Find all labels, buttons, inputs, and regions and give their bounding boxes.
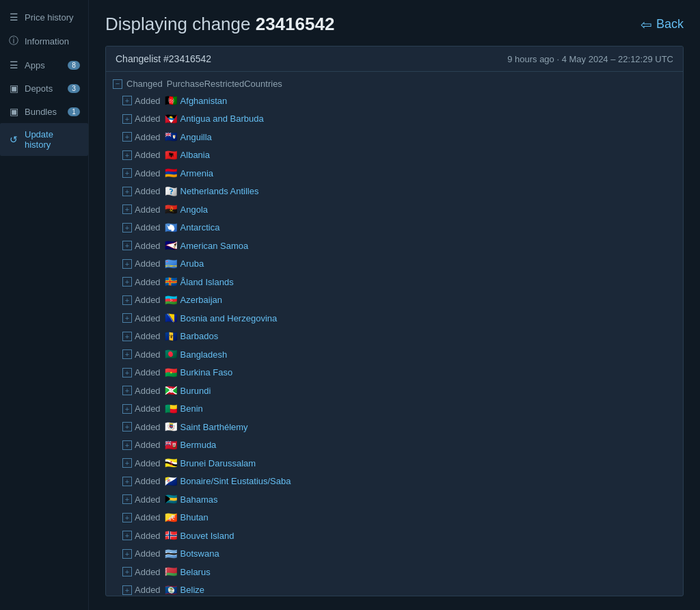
- changelist-panel: Changelist #23416542 9 hours ago · 4 May…: [105, 46, 684, 596]
- expand-entry-icon[interactable]: +: [122, 259, 132, 269]
- country-link[interactable]: Antigua and Barbuda: [180, 112, 264, 126]
- changelist-body[interactable]: − Changed PurchaseRestrictedCountries + …: [106, 72, 683, 596]
- action-text: Added: [135, 583, 161, 596]
- expand-entry-icon[interactable]: +: [122, 549, 132, 559]
- country-flag: 🇦🇳: [165, 184, 178, 200]
- country-link[interactable]: Bouvet Island: [180, 529, 234, 543]
- country-link[interactable]: Bangladesh: [180, 348, 228, 362]
- action-text: Added: [135, 312, 161, 326]
- country-link[interactable]: Bahamas: [180, 493, 218, 507]
- country-link[interactable]: Burkina Faso: [180, 366, 233, 380]
- country-link[interactable]: Belize: [180, 583, 204, 596]
- expand-entry-icon[interactable]: +: [122, 404, 132, 414]
- expand-entry-icon[interactable]: +: [122, 96, 132, 105]
- expand-entry-icon[interactable]: +: [122, 386, 132, 395]
- expand-entry-icon[interactable]: +: [122, 114, 132, 124]
- country-link[interactable]: Burundi: [180, 384, 211, 398]
- expand-entry-icon[interactable]: +: [122, 422, 132, 432]
- sidebar-item-update-history[interactable]: ↺ Update history: [0, 123, 88, 156]
- country-link[interactable]: Aruba: [180, 257, 204, 271]
- country-link[interactable]: Benin: [180, 402, 203, 416]
- country-link[interactable]: Åland Islands: [180, 276, 234, 289]
- country-flag: 🇦🇱: [165, 148, 178, 163]
- country-link[interactable]: Brunei Darussalam: [180, 457, 256, 470]
- apps-icon: ☰: [8, 59, 19, 70]
- expand-entry-icon[interactable]: +: [122, 349, 132, 359]
- action-text: Added: [135, 384, 161, 398]
- country-link[interactable]: Bhutan: [180, 511, 208, 525]
- list-item: + Added 🇧🇹 Bhutan: [106, 509, 683, 527]
- country-link[interactable]: Antarctica: [180, 221, 220, 235]
- list-item: + Added 🇧🇱 Saint Barthélemy: [106, 418, 683, 436]
- expand-entry-icon[interactable]: +: [122, 132, 132, 142]
- country-link[interactable]: Afghanistan: [180, 94, 228, 108]
- country-link[interactable]: Barbados: [180, 330, 219, 343]
- expand-entry-icon[interactable]: +: [122, 295, 132, 305]
- sidebar-item-bundles[interactable]: ▣ Bundles 1: [0, 100, 88, 123]
- country-link[interactable]: American Samoa: [180, 239, 249, 253]
- expand-entry-icon[interactable]: +: [122, 477, 132, 486]
- expand-entry-icon[interactable]: +: [122, 567, 132, 576]
- expand-entry-icon[interactable]: +: [122, 150, 132, 160]
- expand-entry-icon[interactable]: +: [122, 332, 132, 341]
- expand-entry-icon[interactable]: +: [122, 187, 132, 196]
- sidebar-item-bundles-label: Bundles: [25, 107, 62, 117]
- sidebar-item-depots[interactable]: ▣ Depots 3: [0, 77, 88, 100]
- expand-entry-icon[interactable]: +: [122, 204, 132, 214]
- country-link[interactable]: Angola: [180, 203, 208, 217]
- expand-entry-icon[interactable]: +: [122, 513, 132, 522]
- country-link[interactable]: Bermuda: [180, 438, 217, 452]
- country-link[interactable]: Albania: [180, 148, 210, 162]
- expand-entry-icon[interactable]: +: [122, 313, 132, 323]
- expand-entry-icon[interactable]: +: [122, 223, 132, 233]
- country-link[interactable]: Azerbaijan: [180, 293, 222, 307]
- list-item: + Added 🇦🇫 Afghanistan: [106, 92, 683, 110]
- country-link[interactable]: Botswana: [180, 547, 219, 561]
- expand-entry-icon[interactable]: +: [122, 531, 132, 540]
- country-link[interactable]: Armenia: [180, 167, 213, 181]
- action-text: Added: [135, 131, 161, 144]
- list-item: + Added 🇧🇦 Bosnia and Herzegovina: [106, 309, 683, 328]
- list-item: + Added 🇧🇻 Bouvet Island: [106, 527, 683, 545]
- expand-entry-icon[interactable]: +: [122, 277, 132, 287]
- country-flag: 🇧🇦: [165, 310, 178, 326]
- action-text: Added: [135, 547, 161, 561]
- expand-entry-icon[interactable]: +: [122, 494, 132, 504]
- sidebar-item-apps[interactable]: ☰ Apps 8: [0, 53, 88, 77]
- country-link[interactable]: Saint Barthélemy: [180, 421, 248, 434]
- page-title-prefix: Displaying change: [105, 14, 256, 34]
- country-flag: 🇧🇻: [165, 528, 178, 544]
- country-link[interactable]: Belarus: [180, 566, 211, 579]
- action-text: Added: [135, 239, 161, 253]
- action-text: Added: [135, 475, 161, 488]
- country-link[interactable]: Netherlands Antilles: [180, 185, 259, 198]
- action-text: Added: [135, 529, 161, 543]
- country-link[interactable]: Anguilla: [180, 131, 212, 144]
- action-text: Added: [135, 203, 161, 217]
- action-text: Added: [135, 112, 161, 126]
- list-item: + Added 🇧🇩 Bangladesh: [106, 345, 683, 364]
- country-flag: 🇦🇮: [165, 129, 178, 145]
- expand-root-icon[interactable]: −: [113, 79, 122, 89]
- country-link[interactable]: Bonaire/Sint Eustatius/Saba: [180, 475, 291, 488]
- sidebar-item-price-history[interactable]: ☰ Price history: [0, 5, 88, 29]
- information-icon: ⓘ: [8, 35, 19, 47]
- expand-entry-icon[interactable]: +: [122, 440, 132, 450]
- back-button[interactable]: ⇦ Back: [641, 16, 684, 33]
- expand-entry-icon[interactable]: +: [122, 168, 132, 178]
- expand-entry-icon[interactable]: +: [122, 241, 132, 250]
- action-text: Added: [135, 511, 161, 525]
- country-flag: 🇦🇶: [165, 220, 178, 236]
- expand-entry-icon[interactable]: +: [122, 458, 132, 468]
- sidebar-item-depots-label: Depots: [25, 83, 62, 94]
- list-item: + Added 🇦🇿 Azerbaijan: [106, 291, 683, 310]
- expand-entry-icon[interactable]: +: [122, 368, 132, 377]
- list-item: + Added 🇦🇳 Netherlands Antilles: [106, 183, 683, 201]
- sidebar-item-information[interactable]: ⓘ Information: [0, 29, 88, 53]
- country-link[interactable]: Bosnia and Herzegovina: [180, 312, 278, 326]
- sidebar-item-information-label: Information: [25, 36, 80, 47]
- list-item: + Added 🇧🇾 Belarus: [106, 563, 683, 581]
- expand-entry-icon[interactable]: +: [122, 585, 132, 595]
- list-item: + Added 🇧🇶 Bonaire/Sint Eustatius/Saba: [106, 473, 683, 491]
- action-text: Added: [135, 438, 161, 452]
